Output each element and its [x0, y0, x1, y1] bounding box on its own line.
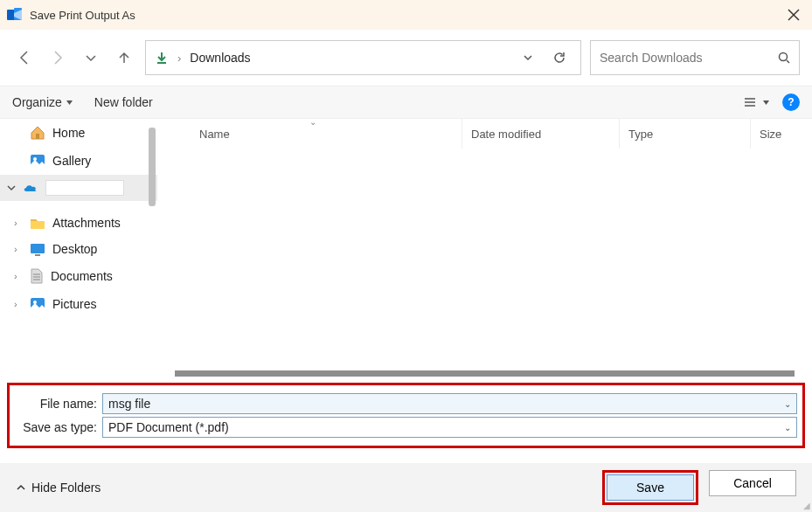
sidebar-item-label: Attachments [52, 216, 121, 230]
highlight-box: File name: msg file ⌄ Save as type: PDF … [7, 383, 805, 448]
sidebar-item-documents[interactable]: › Documents [0, 262, 157, 290]
savetype-label: Save as type: [15, 420, 97, 434]
sidebar-scrollbar[interactable] [149, 128, 156, 206]
chevron-right-icon: › [14, 244, 23, 254]
column-header-size[interactable]: Size [751, 119, 812, 149]
column-header-type[interactable]: Type [620, 119, 751, 149]
forward-button[interactable] [45, 45, 70, 70]
document-icon [30, 268, 44, 284]
outlook-icon [7, 7, 23, 23]
sidebar-item-pictures[interactable]: › Pictures [0, 290, 157, 318]
window-title: Save Print Output As [30, 9, 135, 22]
sidebar-item-home[interactable]: Home [0, 119, 157, 147]
navigation-pane: Home Gallery › Attachments › Desktop › D… [0, 119, 157, 377]
sidebar-item-label: Gallery [52, 154, 91, 168]
sidebar-item-label: Documents [51, 269, 113, 283]
resize-grip-icon[interactable]: ◢ [803, 501, 810, 510]
up-button[interactable] [112, 45, 136, 70]
search-box[interactable] [590, 40, 800, 75]
recent-locations-button[interactable] [79, 45, 103, 70]
chevron-down-icon [7, 183, 16, 192]
search-input[interactable] [600, 51, 778, 65]
chevron-right-icon: › [14, 299, 23, 309]
sort-indicator-icon: ⌄ [309, 117, 316, 127]
file-list[interactable] [157, 149, 812, 369]
filename-value: msg file [108, 397, 784, 411]
hide-folders-button[interactable]: Hide Folders [16, 481, 101, 495]
sidebar-item-attachments[interactable]: › Attachments [0, 210, 157, 236]
savetype-value: PDF Document (*.pdf) [108, 420, 784, 434]
horizontal-scrollbar[interactable] [157, 369, 812, 377]
view-options-button[interactable] [743, 95, 770, 109]
home-icon [30, 125, 45, 141]
titlebar: Save Print Output As [0, 0, 812, 30]
new-folder-button[interactable]: New folder [94, 95, 153, 109]
sidebar-item-label: Pictures [52, 297, 97, 311]
main-area: Home Gallery › Attachments › Desktop › D… [0, 119, 812, 377]
file-form-area: File name: msg file ⌄ Save as type: PDF … [0, 377, 812, 455]
desktop-icon [30, 243, 45, 256]
address-bar[interactable]: › Downloads [145, 40, 581, 75]
refresh-icon[interactable] [547, 51, 572, 65]
onedrive-label-box [45, 180, 124, 196]
sidebar-item-label: Home [52, 126, 85, 140]
organize-button[interactable]: Organize [12, 95, 73, 109]
svg-point-6 [780, 53, 788, 61]
chevron-down-icon[interactable]: ⌄ [784, 423, 791, 432]
svg-rect-14 [31, 244, 45, 253]
pictures-icon [30, 296, 45, 312]
sidebar-item-onedrive[interactable] [0, 175, 157, 201]
column-header-date[interactable]: Date modified [462, 119, 620, 149]
chevron-right-icon: › [14, 218, 23, 228]
chevron-right-icon: › [14, 271, 23, 281]
footer: Hide Folders Save Cancel ◢ [0, 463, 812, 512]
sidebar-item-gallery[interactable]: Gallery [0, 147, 157, 175]
svg-rect-11 [36, 134, 39, 139]
close-icon[interactable] [782, 9, 805, 21]
sidebar-item-desktop[interactable]: › Desktop [0, 236, 157, 262]
breadcrumb-separator-icon: › [177, 52, 181, 65]
save-highlight: Save [602, 470, 698, 505]
address-dropdown-icon[interactable] [517, 52, 538, 63]
cloud-icon [23, 183, 38, 193]
filename-input[interactable]: msg file ⌄ [102, 393, 797, 414]
column-header-name[interactable]: ⌄ Name [157, 119, 462, 149]
save-button[interactable]: Save [607, 474, 694, 501]
gallery-icon [30, 153, 45, 169]
search-icon[interactable] [778, 52, 790, 64]
downloads-icon [155, 51, 169, 65]
filename-label: File name: [15, 397, 97, 411]
savetype-select[interactable]: PDF Document (*.pdf) ⌄ [102, 417, 797, 438]
svg-line-7 [787, 60, 789, 63]
help-icon[interactable]: ? [782, 93, 800, 111]
chevron-up-icon [16, 482, 26, 493]
sidebar-item-label: Desktop [52, 242, 97, 256]
back-button[interactable] [12, 45, 37, 70]
file-list-area: ⌄ Name Date modified Type Size [157, 119, 812, 377]
folder-icon [30, 217, 45, 230]
toolbar: Organize New folder ? [0, 86, 812, 119]
svg-rect-15 [35, 254, 40, 256]
navigation-row: › Downloads [0, 30, 812, 86]
cancel-button[interactable]: Cancel [709, 470, 796, 496]
breadcrumb-location[interactable]: Downloads [190, 51, 250, 65]
chevron-down-icon[interactable]: ⌄ [784, 399, 791, 409]
column-headers: ⌄ Name Date modified Type Size [157, 119, 812, 149]
